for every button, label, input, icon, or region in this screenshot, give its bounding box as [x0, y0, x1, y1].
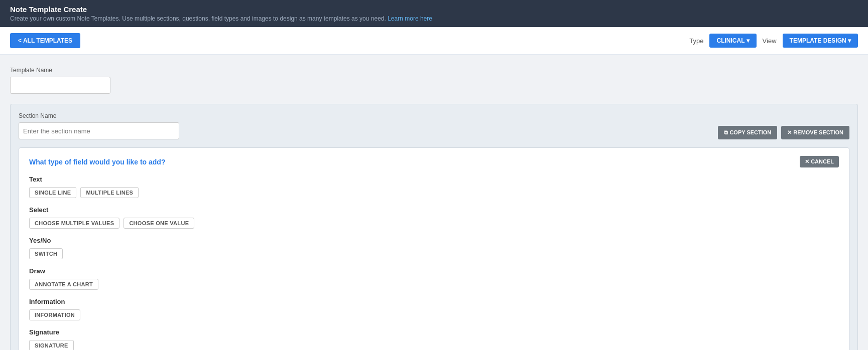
field-type-option-button[interactable]: SINGLE LINE	[29, 187, 76, 198]
template-name-label: Template Name	[10, 67, 858, 74]
view-label: View	[763, 37, 777, 45]
main-content: Template Name Section Name ⧉ COPY SECTIO…	[0, 55, 868, 350]
field-type-section: SignatureSIGNATURE	[29, 328, 839, 350]
field-type-options: SINGLE LINEMULTIPLE LINES	[29, 187, 839, 198]
add-field-panel: What type of field would you like to add…	[19, 147, 849, 350]
type-label: Type	[689, 37, 703, 45]
page-subtitle: Create your own custom Note Templates. U…	[10, 15, 858, 22]
cancel-button[interactable]: ✕ CANCEL	[800, 156, 839, 167]
field-type-section: InformationINFORMATION	[29, 298, 839, 320]
field-type-option-button[interactable]: INFORMATION	[29, 309, 80, 320]
section-name-label: Section Name	[19, 112, 179, 119]
field-type-name: Information	[29, 298, 839, 305]
copy-section-button[interactable]: ⧉ COPY SECTION	[718, 126, 777, 139]
field-type-options: SIGNATURE	[29, 340, 839, 350]
field-type-section: SelectCHOOSE MULTIPLE VALUESCHOOSE ONE V…	[29, 206, 839, 229]
template-name-field: Template Name	[10, 67, 858, 94]
toolbar: < ALL TEMPLATES Type CLINICAL ▾ View TEM…	[0, 27, 868, 55]
field-type-name: Select	[29, 206, 839, 214]
field-type-section: TextSINGLE LINEMULTIPLE LINES	[29, 176, 839, 198]
field-type-option-button[interactable]: SWITCH	[29, 248, 63, 259]
field-type-options: INFORMATION	[29, 309, 839, 320]
all-templates-button[interactable]: < ALL TEMPLATES	[10, 33, 80, 48]
field-type-options: ANNOTATE A CHART	[29, 279, 839, 290]
type-dropdown[interactable]: CLINICAL ▾	[709, 34, 756, 48]
field-type-option-button[interactable]: MULTIPLE LINES	[80, 187, 139, 198]
field-type-option-button[interactable]: CHOOSE MULTIPLE VALUES	[29, 218, 119, 229]
template-name-input[interactable]	[10, 77, 110, 94]
field-type-section: Yes/NoSWITCH	[29, 237, 839, 259]
field-types-container: TextSINGLE LINEMULTIPLE LINESSelectCHOOS…	[29, 176, 839, 350]
field-type-section: DrawANNOTATE A CHART	[29, 267, 839, 290]
learn-more-link[interactable]: Learn more here	[388, 15, 432, 22]
field-type-option-button[interactable]: CHOOSE ONE VALUE	[123, 218, 194, 229]
field-type-option-button[interactable]: SIGNATURE	[29, 340, 74, 350]
field-type-name: Yes/No	[29, 237, 839, 244]
section-container: Section Name ⧉ COPY SECTION ✕ REMOVE SEC…	[10, 104, 858, 350]
field-type-options: CHOOSE MULTIPLE VALUESCHOOSE ONE VALUE	[29, 218, 839, 229]
toolbar-right: Type CLINICAL ▾ View TEMPLATE DESIGN ▾	[689, 34, 858, 48]
view-dropdown[interactable]: TEMPLATE DESIGN ▾	[783, 34, 858, 48]
add-field-header: What type of field would you like to add…	[29, 156, 839, 167]
section-name-field: Section Name	[19, 112, 179, 139]
field-type-name: Draw	[29, 267, 839, 275]
remove-section-button[interactable]: ✕ REMOVE SECTION	[781, 126, 849, 139]
page-header: Note Template Create Create your own cus…	[0, 0, 868, 27]
section-header: Section Name ⧉ COPY SECTION ✕ REMOVE SEC…	[19, 112, 849, 139]
section-actions: ⧉ COPY SECTION ✕ REMOVE SECTION	[718, 126, 849, 139]
field-type-option-button[interactable]: ANNOTATE A CHART	[29, 279, 98, 290]
page-title: Note Template Create	[10, 5, 858, 14]
add-field-question: What type of field would you like to add…	[29, 158, 165, 166]
field-type-options: SWITCH	[29, 248, 839, 259]
section-name-input[interactable]	[19, 122, 179, 139]
field-type-name: Signature	[29, 328, 839, 336]
field-type-name: Text	[29, 176, 839, 183]
